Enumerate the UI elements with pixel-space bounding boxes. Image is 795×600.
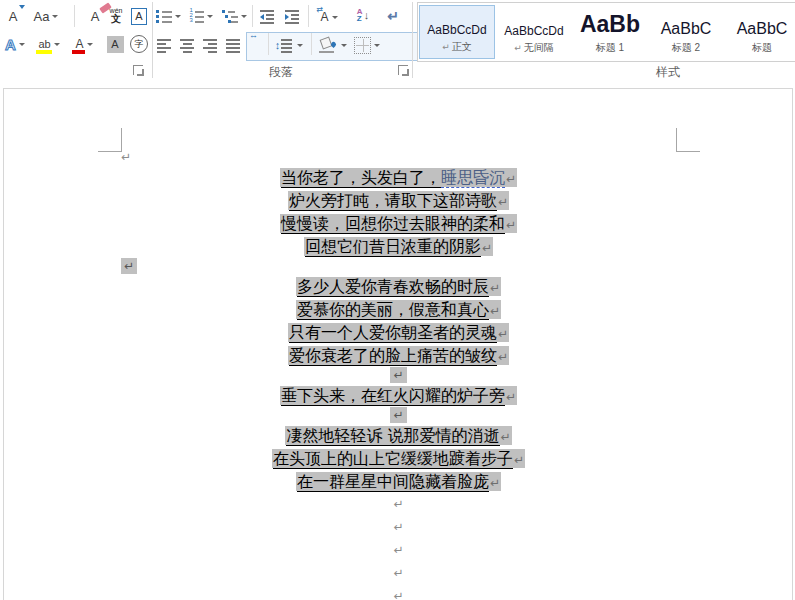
selected-text: 慢慢读，回想你过去眼神的柔和↵ [280, 214, 517, 233]
divider [311, 33, 312, 55]
group-divider [152, 2, 153, 78]
pilcrow-icon: ↵ [442, 42, 450, 52]
font-color-button[interactable]: A [70, 32, 98, 56]
enclose-characters-button[interactable]: 字 [128, 32, 150, 56]
sort-icon: A Z [357, 8, 363, 22]
shading-button[interactable] [316, 33, 348, 57]
asian-layout-button[interactable]: A ⇄ [314, 5, 344, 29]
selected-text: 只有一个人爱你朝圣者的灵魂↵ [288, 323, 509, 342]
borders-button[interactable] [352, 33, 382, 57]
poem-line[interactable]: 在一群星星中间隐藏着脸庞↵ [121, 470, 676, 493]
increase-indent-button[interactable] [282, 4, 304, 28]
character-shading-icon: A [107, 36, 124, 53]
poem-line[interactable]: 炉火旁打盹，请取下这部诗歌↵ [121, 189, 676, 212]
poem-line[interactable]: 在头顶上的山上它缓缓地踱着步子↵ [121, 447, 676, 470]
style-name: 标题 [752, 41, 772, 55]
page-margin-cropmark-right [676, 128, 700, 152]
selected-text: 炉火旁打盹，请取下这部诗歌↵ [288, 191, 509, 210]
multilevel-list-button[interactable] [220, 4, 248, 28]
style-item-标题[interactable]: AaBbC标题 [725, 5, 795, 59]
bullets-button[interactable] [155, 4, 181, 28]
empty-paragraph[interactable]: ↵ [121, 407, 676, 424]
align-right-button[interactable] [201, 33, 221, 57]
poem-line[interactable]: 只有一个人爱你朝圣者的灵魂↵ [121, 321, 676, 344]
empty-paragraph[interactable]: ↵ [121, 585, 676, 600]
line-spacing-button[interactable]: ↕ [273, 33, 305, 57]
chevron-down-icon [52, 15, 58, 18]
shrink-font-button[interactable]: A [2, 4, 24, 28]
style-item-无间隔[interactable]: AaBbCcDd↵无间隔 [497, 5, 571, 59]
poem-line[interactable]: 回想它们昔日浓重的阴影↵ [121, 235, 676, 258]
numbering-button[interactable]: 1 2 3 [186, 4, 214, 28]
line-text: 当你老了，头发白了， [281, 168, 441, 188]
poem-line[interactable]: 凄然地轻轻诉 说那爱情的消逝↵ [121, 424, 676, 447]
poem-line[interactable]: 当你老了，头发白了，睡思昏沉↵ [121, 166, 676, 189]
empty-paragraph[interactable]: ↵ [121, 367, 676, 384]
change-case-icon: Aa [34, 9, 50, 24]
shrink-font-arrow-icon [19, 5, 25, 9]
poem-line[interactable]: 垂下头来，在红火闪耀的炉子旁↵ [121, 384, 676, 407]
character-border-button[interactable]: A [128, 4, 150, 28]
page-margin-cropmark-left [98, 128, 122, 152]
pilcrow-icon: ↵ [121, 150, 131, 164]
document-content[interactable]: ↵当你老了，头发白了，睡思昏沉↵炉火旁打盹，请取下这部诗歌↵慢慢读，回想你过去眼… [121, 149, 676, 600]
style-item-标题 2[interactable]: AaBbC标题 2 [649, 5, 723, 59]
line-text: 只有一个人爱你朝圣者的灵魂 [289, 323, 497, 343]
sort-button[interactable]: A Z ↓ [350, 3, 376, 27]
numbering-icon: 1 2 3 [188, 8, 204, 24]
pilcrow-icon: ↵ [500, 430, 511, 444]
enclose-characters-icon: 字 [130, 35, 148, 53]
empty-paragraph[interactable]: ↵ [121, 149, 676, 166]
justify-button[interactable] [224, 33, 244, 57]
pilcrow-icon: ↵ [393, 497, 403, 511]
poem-line[interactable]: 慢慢读，回想你过去眼神的柔和↵ [121, 212, 676, 235]
chevron-down-icon [87, 43, 93, 46]
show-hide-marks-button[interactable]: ↵ [382, 4, 404, 28]
asian-layout-icon: A ⇄ [320, 10, 328, 24]
empty-paragraph[interactable]: ↵ [121, 516, 676, 539]
decrease-indent-button[interactable] [257, 4, 279, 28]
chevron-down-icon [341, 44, 347, 47]
pilcrow-icon: ↵ [481, 241, 492, 255]
pilcrow-icon: ↵ [514, 43, 522, 53]
pilcrow-icon: ↵ [121, 258, 137, 274]
text-highlight-button[interactable]: ab [34, 32, 64, 56]
font-dialog-launcher[interactable] [133, 65, 143, 75]
line-text: 慢慢读，回想你过去眼神的柔和 [281, 214, 505, 234]
text-effects-button[interactable]: A [1, 32, 29, 56]
increase-indent-icon [285, 8, 301, 24]
document-area[interactable]: ↵当你老了，头发白了，睡思昏沉↵炉火旁打盹，请取下这部诗歌↵慢慢读，回想你过去眼… [3, 88, 793, 600]
poem-line[interactable]: 爱你衰老了的脸上痛苦的皱纹↵ [121, 344, 676, 367]
align-center-button[interactable] [178, 33, 198, 57]
poem-line[interactable]: 多少人爱你青春欢畅的时辰↵ [121, 275, 676, 298]
empty-paragraph[interactable]: ↵ [121, 539, 676, 562]
text-effects-icon: A [5, 36, 16, 53]
phonetic-guide-button[interactable]: wén 文 [104, 3, 128, 27]
style-item-标题 1[interactable]: AaBb标题 1 [573, 5, 647, 59]
poem-line[interactable]: 爱慕你的美丽，假意和真心↵ [121, 298, 676, 321]
empty-paragraph[interactable]: ↵ [121, 493, 676, 516]
highlight-icon: ab [38, 38, 50, 50]
selected-text: 凄然地轻轻诉 说那爱情的消逝↵ [285, 426, 511, 445]
line-text: 炉火旁打盹，请取下这部诗歌 [289, 191, 497, 211]
empty-paragraph[interactable]: ↵ [121, 258, 676, 275]
selected-text: 爱你衰老了的脸上痛苦的皱纹↵ [288, 346, 509, 365]
line-text: 垂下头来，在红火闪耀的炉子旁 [281, 386, 505, 406]
pilcrow-icon: ↵ [393, 589, 403, 600]
pilcrow-icon: ↵ [489, 281, 500, 295]
empty-paragraph[interactable]: ↵ [121, 562, 676, 585]
borders-icon [354, 37, 371, 54]
selected-text: 在一群星星中间隐藏着脸庞↵ [296, 472, 501, 491]
justify-icon [226, 37, 242, 53]
align-left-button[interactable] [155, 33, 175, 57]
paragraph-group-label: 段落 [269, 64, 293, 81]
ribbon-home: A Aa A wén 文 A A [0, 0, 795, 87]
pilcrow-icon: ↵ [513, 453, 524, 467]
divider [308, 5, 309, 27]
character-shading-button[interactable]: A [104, 32, 126, 56]
change-case-button[interactable]: Aa [28, 4, 64, 28]
paragraph-dialog-launcher[interactable] [398, 65, 408, 75]
shrink-font-icon: A [9, 9, 18, 24]
chevron-down-icon [207, 15, 213, 18]
style-item-正文[interactable]: AaBbCcDd↵正文 [419, 5, 495, 59]
